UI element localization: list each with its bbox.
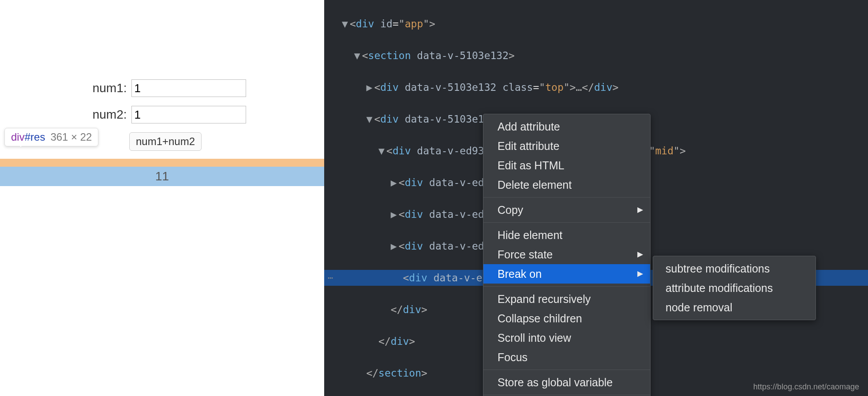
tooltip-dimensions: 361 × 22 xyxy=(50,131,92,143)
menu-store-global[interactable]: Store as global variable xyxy=(483,373,650,392)
dom-node[interactable]: ▼<div id="app"> xyxy=(342,16,868,32)
menu-scroll-into-view[interactable]: Scroll into view xyxy=(483,328,650,347)
element-tooltip: div#res 361 × 22 xyxy=(4,128,98,146)
num2-row: num2: xyxy=(0,106,324,123)
num2-label: num2: xyxy=(79,108,127,122)
menu-break-on[interactable]: Break on▶ xyxy=(483,264,650,284)
chevron-right-icon: ▶ xyxy=(637,202,643,218)
watermark: https://blog.csdn.net/caomage xyxy=(753,382,859,392)
menu-add-attribute[interactable]: Add attribute xyxy=(483,117,650,136)
dom-node[interactable]: ▶<div data-v-5103e132 class="top">…</div… xyxy=(342,79,868,95)
calculate-button[interactable]: num1+num2 xyxy=(129,132,202,151)
chevron-right-icon: ▶ xyxy=(637,265,643,282)
num2-input[interactable] xyxy=(131,106,246,123)
num1-row: num1: xyxy=(0,79,324,97)
submenu-subtree-modifications[interactable]: subtree modifications xyxy=(653,259,816,278)
highlight-margin xyxy=(0,159,324,167)
dom-node[interactable]: ▼<section data-v-5103e132> xyxy=(342,48,868,64)
break-on-submenu: subtree modifications attribute modifica… xyxy=(653,256,816,320)
menu-expand-recursively[interactable]: Expand recursively xyxy=(483,289,650,309)
app-preview-pane: num1: num2: num1+num2 11 div#res 361 × 2… xyxy=(0,0,324,396)
tooltip-tag: div xyxy=(11,131,25,143)
chevron-right-icon: ▶ xyxy=(637,246,643,263)
num1-input[interactable] xyxy=(131,79,246,97)
menu-edit-as-html[interactable]: Edit as HTML xyxy=(483,156,650,175)
menu-focus[interactable]: Focus xyxy=(483,347,650,367)
menu-collapse-children[interactable]: Collapse children xyxy=(483,309,650,328)
submenu-attribute-modifications[interactable]: attribute modifications xyxy=(653,278,816,298)
menu-force-state[interactable]: Force state▶ xyxy=(483,245,650,264)
menu-edit-attribute[interactable]: Edit attribute xyxy=(483,136,650,156)
highlight-content: 11 xyxy=(0,167,324,186)
submenu-node-removal[interactable]: node removal xyxy=(653,298,816,317)
context-menu: Add attribute Edit attribute Edit as HTM… xyxy=(483,114,651,396)
menu-hide-element[interactable]: Hide element xyxy=(483,225,650,245)
num1-label: num1: xyxy=(79,81,127,95)
menu-copy[interactable]: Copy▶ xyxy=(483,200,650,220)
result-value: 11 xyxy=(155,169,169,183)
tooltip-id: #res xyxy=(25,131,45,143)
menu-delete-element[interactable]: Delete element xyxy=(483,175,650,194)
tooltip-selector: div#res xyxy=(11,131,45,143)
